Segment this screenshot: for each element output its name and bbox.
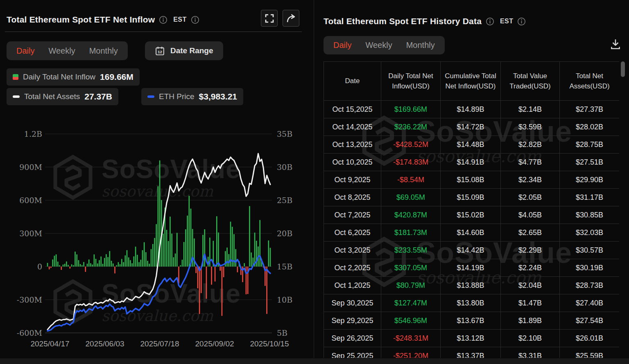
svg-text:35B: 35B [277,129,292,138]
white-line-swatch-icon [13,95,20,98]
table-row: Oct 13,2025-$428.52M$14.48B$2.82B$28.75B [324,136,620,154]
table-scrollbar-thumb[interactable] [621,61,625,77]
cell-cumulative-inflow: $13.80B [441,294,501,312]
date-range-button[interactable]: 12 Date Range [145,41,223,60]
divider [5,32,302,32]
cell-cumulative-inflow: $14.19B [441,259,501,277]
panel-divider [314,0,314,358]
cell-cumulative-inflow: $14.91B [441,154,501,171]
cell-daily-inflow: -$8.54M [381,171,441,189]
cell-net-assets: $28.75B [560,136,620,154]
cell-net-assets: $30.57B [560,242,620,259]
date-range-label: Date Range [170,46,213,55]
table-row: Sep 29,2025$546.96M$13.67B$1.89B$27.54B [324,312,620,330]
legend-total-net-assets[interactable]: Total Net Assets 27.37B [7,88,118,105]
cell-value-traded: $2.04B [501,277,560,294]
cell-daily-inflow: $307.05M [381,259,441,277]
table-row: Oct 10,2025-$174.83M$14.91B$4.77B$27.51B [324,154,620,171]
table-row: Oct 15,2025$169.66M$14.89B$2.14B$27.37B [324,101,620,118]
cell-value-traded: $2.65B [501,224,560,242]
legend-value: $3,983.21 [199,92,237,102]
info-icon[interactable] [517,17,526,26]
svg-text:600M: 600M [19,196,42,205]
tab-monthly[interactable]: Monthly [89,46,118,56]
table-row: Oct 9,2025-$8.54M$15.08B$2.34B$29.90B [324,171,620,189]
left-panel-header: Total Ethereum Spot ETF Net Inflow EST [7,11,199,28]
table-row: Oct 6,2025$181.73M$14.60B$2.65B$32.03B [324,224,620,242]
etf-dashboard: SoSoValue sosovalue.com SoSoValue sosova… [0,0,629,364]
legend-eth-price[interactable]: ETH Price $3,983.21 [141,88,243,105]
table-row: Sep 30,2025$127.47M$13.80B$1.47B$27.40B [324,294,620,312]
cell-daily-inflow: -$174.83M [381,154,441,171]
net-assets-line [48,154,270,330]
tab-weekly[interactable]: Weekly [48,46,75,56]
cell-net-assets: $27.54B [560,312,620,330]
table-row: Sep 26,2025-$248.31M$13.12B$2.10B$26.01B [324,330,620,347]
legend-daily-net-inflow[interactable]: Daily Total Net Inflow 169.66M [7,68,140,86]
cell-net-assets: $28.73B [560,277,620,294]
blue-line-swatch-icon [147,95,154,98]
cell-net-assets: $28.02B [560,118,620,136]
history-table[interactable]: Date Daily Total Net Inflow(USD) Cumulat… [324,61,619,358]
tab-weekly[interactable]: Weekly [365,41,392,50]
share-button[interactable] [283,10,299,27]
cell-cumulative-inflow: $15.08B [441,171,501,189]
svg-text:2025/07/18: 2025/07/18 [140,339,179,348]
table-header: Date Daily Total Net Inflow(USD) Cumulat… [324,62,620,101]
svg-text:-300M: -300M [17,295,42,304]
cell-date: Oct 15,2025 [324,101,381,118]
cell-cumulative-inflow: $14.60B [441,224,501,242]
cell-value-traded: $2.82B [501,136,560,154]
page-title: Total Ethereum Spot ETF Net Inflow [7,15,155,25]
tab-daily[interactable]: Daily [16,46,34,56]
cell-date: Oct 13,2025 [324,136,381,154]
col-daily-inflow: Daily Total Net Inflow(USD) [381,62,441,101]
table-row: Oct 1,2025$80.79M$13.88B$2.04B$28.73B [324,277,620,294]
info-icon[interactable] [159,16,167,24]
cell-cumulative-inflow: $13.67B [441,312,501,330]
col-value-traded: Total Value Traded(USD) [501,62,560,101]
cell-value-traded: $2.10B [501,330,560,347]
cell-date: Oct 6,2025 [324,224,381,242]
cell-date: Oct 7,2025 [324,206,381,224]
cell-daily-inflow: -$248.31M [381,330,441,347]
legend-value: 27.37B [84,92,112,102]
svg-text:-600M: -600M [17,328,42,337]
info-icon[interactable] [486,17,494,26]
svg-text:5B: 5B [277,328,287,337]
table-row: Oct 14,2025$236.22M$14.72B$3.59B$28.02B [324,118,620,136]
timezone-label: EST [173,16,186,23]
svg-text:300M: 300M [19,229,42,238]
cell-date: Sep 25,2025 [324,347,381,358]
legend-label: Total Net Assets [24,92,80,101]
fullscreen-button[interactable] [261,10,278,27]
cell-date: Sep 26,2025 [324,330,381,347]
cell-net-assets: $27.37B [560,101,620,118]
svg-text:20B: 20B [277,229,292,238]
right-panel-header: Total Ethereum Spot ETF History Data EST [324,13,526,29]
eth-price-line [48,254,270,331]
svg-text:900M: 900M [19,163,42,172]
cell-date: Oct 14,2025 [324,118,381,136]
timezone-label: EST [500,18,513,25]
info-icon[interactable] [191,16,199,24]
svg-text:2025/09/02: 2025/09/02 [195,339,234,348]
cell-cumulative-inflow: $15.09B [441,189,501,206]
svg-text:2025/06/03: 2025/06/03 [85,339,124,348]
cell-daily-inflow: $127.47M [381,294,441,312]
table-row: Oct 3,2025$233.55M$14.42B$2.29B$30.57B [324,242,620,259]
svg-text:2025/10/15: 2025/10/15 [250,339,289,348]
chart-x-axis: 2025/04/172025/06/032025/07/182025/09/02… [30,339,289,348]
cell-date: Oct 2,2025 [324,259,381,277]
cell-cumulative-inflow: $13.12B [441,330,501,347]
cell-net-assets: $27.40B [560,294,620,312]
cell-daily-inflow: -$251.20M [381,347,441,358]
cell-value-traded: $2.24B [501,259,560,277]
cell-value-traded: $4.05B [501,206,560,224]
download-button[interactable] [609,38,622,51]
cell-cumulative-inflow: $14.89B [441,101,501,118]
tab-daily[interactable]: Daily [333,41,351,50]
download-icon [609,38,622,50]
tab-monthly[interactable]: Monthly [406,41,435,50]
cell-cumulative-inflow: $15.02B [441,206,501,224]
